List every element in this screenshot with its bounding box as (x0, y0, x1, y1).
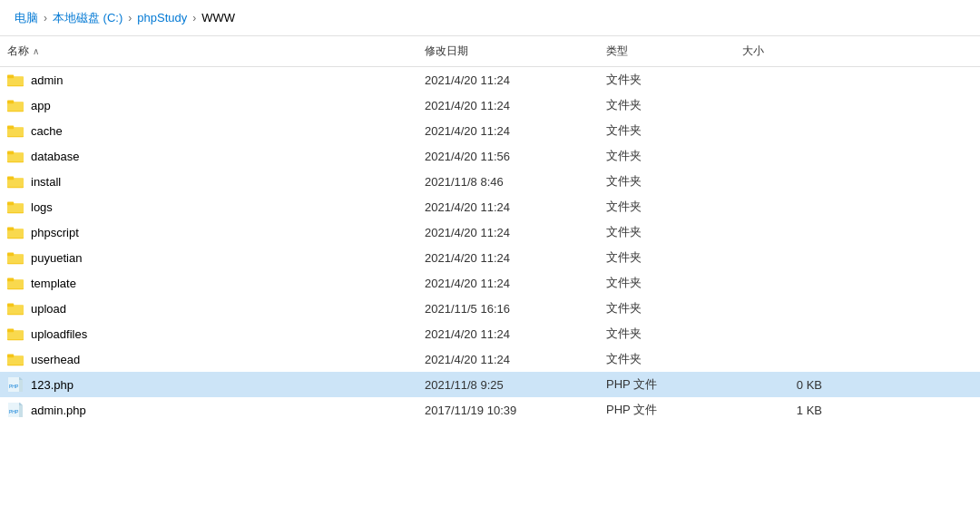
file-row[interactable]: puyuetian 2021/4/20 11:24 文件夹 (0, 245, 980, 270)
folder-icon (7, 174, 24, 189)
file-name: admin.php (31, 404, 86, 417)
file-name: uploadfiles (31, 327, 87, 341)
file-date: 2021/4/20 11:24 (417, 73, 599, 87)
file-name-cell: userhead (0, 352, 417, 366)
svg-rect-37 (19, 380, 23, 392)
file-date: 2017/11/19 10:39 (417, 404, 599, 417)
svg-rect-40 (19, 405, 23, 417)
file-type: 文件夹 (599, 122, 735, 139)
file-name: database (31, 150, 80, 163)
column-type-header[interactable]: 类型 (599, 40, 735, 63)
breadcrumb-computer[interactable]: 电脑 (15, 10, 38, 26)
file-name: admin (31, 73, 63, 87)
folder-icon (7, 352, 24, 366)
file-list: admin 2021/4/20 11:24 文件夹 app 2021/4/20 … (0, 67, 980, 423)
file-date: 2021/4/20 11:24 (417, 277, 599, 290)
file-type: 文件夹 (599, 275, 735, 291)
column-header-row: 名称 ∧ 修改日期 类型 大小 (0, 36, 980, 67)
svg-rect-8 (7, 126, 14, 130)
file-name-cell: PHP admin.php (0, 403, 417, 417)
file-name-cell: admin (0, 73, 417, 87)
file-type: 文件夹 (599, 249, 735, 266)
file-date: 2021/4/20 11:24 (417, 99, 599, 112)
file-row[interactable]: userhead 2021/4/20 11:24 文件夹 (0, 346, 980, 372)
file-type: 文件夹 (599, 72, 735, 88)
svg-rect-20 (7, 228, 14, 231)
file-type: PHP 文件 (599, 402, 735, 418)
folder-icon (7, 301, 24, 316)
breadcrumb-local-disk[interactable]: 本地磁盘 (C:) (53, 10, 122, 26)
file-size: 0 KB (735, 378, 844, 392)
file-name-cell: logs (0, 200, 417, 214)
folder-icon (7, 98, 24, 112)
file-date: 2021/4/20 11:24 (417, 226, 599, 239)
file-name-cell: puyuetian (0, 250, 417, 265)
svg-rect-11 (7, 151, 14, 155)
folder-icon (7, 149, 24, 163)
file-type: 文件夹 (599, 224, 735, 240)
file-date: 2021/4/20 11:24 (417, 124, 599, 138)
breadcrumb-bar: 电脑 › 本地磁盘 (C:) › phpStudy › WWW (0, 0, 980, 36)
file-type: PHP 文件 (599, 376, 735, 393)
file-row[interactable]: admin 2021/4/20 11:24 文件夹 (0, 67, 980, 92)
svg-text:PHP: PHP (9, 384, 19, 389)
breadcrumb-phpstudy[interactable]: phpStudy (137, 11, 187, 24)
svg-rect-29 (7, 304, 14, 307)
column-name-header[interactable]: 名称 ∧ (0, 40, 417, 63)
file-name: userhead (31, 353, 80, 366)
file-name: 123.php (31, 378, 74, 392)
file-name: upload (31, 302, 66, 316)
folder-icon (7, 225, 24, 239)
file-date: 2021/4/20 11:24 (417, 200, 599, 214)
file-type: 文件夹 (599, 173, 735, 190)
file-name-cell: install (0, 174, 417, 189)
file-name-cell: PHP 123.php (0, 377, 417, 392)
file-row[interactable]: database 2021/4/20 11:56 文件夹 (0, 143, 980, 169)
file-date: 2021/4/20 11:24 (417, 353, 599, 366)
column-date-header[interactable]: 修改日期 (417, 40, 599, 63)
file-name-cell: database (0, 149, 417, 163)
php-file-icon: PHP (7, 377, 24, 392)
file-name-cell: app (0, 98, 417, 112)
svg-rect-14 (7, 177, 14, 180)
breadcrumb-www: WWW (201, 11, 235, 24)
svg-rect-17 (7, 202, 14, 206)
folder-icon (7, 73, 24, 87)
file-type: 文件夹 (599, 351, 735, 367)
svg-rect-2 (7, 75, 14, 79)
file-type: 文件夹 (599, 199, 735, 215)
file-row[interactable]: install 2021/11/8 8:46 文件夹 (0, 169, 980, 194)
file-name: cache (31, 124, 63, 138)
breadcrumb-sep-2: › (128, 12, 132, 24)
file-name-cell: phpscript (0, 225, 417, 239)
file-name: install (31, 175, 61, 189)
file-row[interactable]: upload 2021/11/5 16:16 文件夹 (0, 296, 980, 321)
svg-rect-32 (7, 329, 14, 333)
file-name-cell: uploadfiles (0, 326, 417, 341)
file-date: 2021/4/20 11:24 (417, 251, 599, 265)
svg-rect-35 (7, 355, 14, 358)
folder-icon (7, 123, 24, 138)
file-row[interactable]: PHP 123.php 2021/11/8 9:25 PHP 文件 0 KB (0, 372, 980, 397)
folder-icon (7, 276, 24, 290)
file-type: 文件夹 (599, 326, 735, 342)
file-name-cell: upload (0, 301, 417, 316)
file-row[interactable]: template 2021/4/20 11:24 文件夹 (0, 270, 980, 296)
file-row[interactable]: logs 2021/4/20 11:24 文件夹 (0, 194, 980, 219)
file-row[interactable]: app 2021/4/20 11:24 文件夹 (0, 92, 980, 118)
file-name: app (31, 99, 51, 112)
file-row[interactable]: cache 2021/4/20 11:24 文件夹 (0, 118, 980, 143)
file-type: 文件夹 (599, 97, 735, 113)
file-row[interactable]: PHP admin.php 2017/11/19 10:39 PHP 文件 1 … (0, 397, 980, 423)
svg-text:PHP: PHP (9, 409, 19, 414)
svg-rect-26 (7, 278, 14, 282)
file-name-cell: template (0, 276, 417, 290)
file-name: puyuetian (31, 251, 82, 265)
file-date: 2021/4/20 11:56 (417, 150, 599, 163)
file-row[interactable]: uploadfiles 2021/4/20 11:24 文件夹 (0, 321, 980, 346)
php-file-icon: PHP (7, 403, 24, 417)
file-size: 1 KB (735, 404, 844, 417)
file-row[interactable]: phpscript 2021/4/20 11:24 文件夹 (0, 219, 980, 245)
folder-icon (7, 326, 24, 341)
column-size-header[interactable]: 大小 (735, 40, 844, 63)
